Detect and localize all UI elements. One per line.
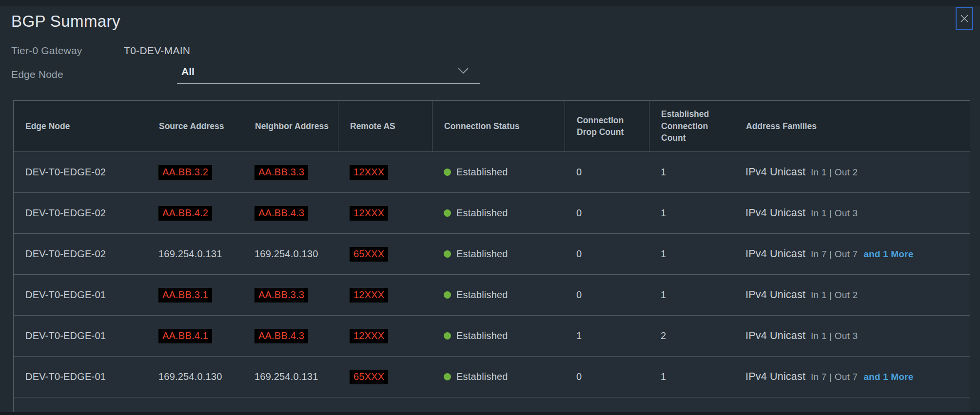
neighbor-address-cell: AA.BB.3.3 bbox=[243, 288, 338, 302]
neighbor-address-cell: AA.BB.3.3 bbox=[243, 165, 338, 180]
connection-drop-count-cell: 0 bbox=[565, 208, 649, 219]
column-header-edge-node: Edge Node bbox=[14, 101, 147, 151]
edge-node-cell: DEV-T0-EDGE-02 bbox=[14, 208, 147, 219]
tier0-gateway-label: Tier-0 Gateway bbox=[11, 45, 124, 57]
address-families-cell: IPv4 UnicastIn 1 | Out 2 bbox=[734, 166, 970, 178]
close-icon bbox=[960, 14, 969, 23]
established-connection-count-cell: 1 bbox=[649, 371, 734, 382]
connection-status-cell: Established bbox=[432, 208, 565, 219]
address-families-cell: IPv4 UnicastIn 1 | Out 3 bbox=[734, 207, 970, 219]
remote-as-cell: 12XXX bbox=[338, 329, 432, 343]
table-row: DEV-T0-EDGE-02 169.254.0.131 169.254.0.1… bbox=[14, 233, 970, 274]
edge-node-cell: DEV-T0-EDGE-02 bbox=[14, 167, 147, 178]
connection-status-cell: Established bbox=[432, 167, 565, 178]
bgp-summary-table: Edge Node Source Address Neighbor Addres… bbox=[13, 100, 970, 415]
tier0-gateway-row: Tier-0 Gateway T0-DEV-MAIN bbox=[11, 42, 980, 58]
status-badge: Established bbox=[456, 248, 508, 260]
table-row: DEV-T0-EDGE-01 169.254.0.130 169.254.0.1… bbox=[14, 356, 970, 397]
address-families-cell: IPv4 UnicastIn 7 | Out 7and 1 More bbox=[734, 248, 970, 260]
connection-drop-count-cell: 0 bbox=[565, 371, 649, 382]
remote-as-cell: 65XXX bbox=[338, 247, 432, 262]
status-badge: Established bbox=[456, 208, 508, 219]
remote-as-cell: 12XXX bbox=[338, 288, 432, 302]
edge-node-cell: DEV-T0-EDGE-01 bbox=[14, 330, 147, 341]
status-dot-icon bbox=[444, 250, 451, 258]
filters-section: Tier-0 Gateway T0-DEV-MAIN Edge Node All bbox=[11, 42, 980, 84]
established-connection-count-cell: 1 bbox=[649, 289, 734, 301]
page-title: BGP Summary bbox=[11, 11, 969, 32]
column-header-source-address: Source Address bbox=[147, 101, 243, 151]
edge-node-label: Edge Node bbox=[11, 69, 177, 80]
source-address-cell: 169.254.0.131 bbox=[147, 248, 243, 260]
edge-node-cell: DEV-T0-EDGE-02 bbox=[14, 248, 147, 260]
column-header-connection-status: Connection Status bbox=[432, 101, 565, 151]
source-address-cell: AA.BB.3.1 bbox=[147, 288, 243, 302]
edge-node-dropdown[interactable]: All bbox=[177, 65, 480, 84]
connection-status-cell: Established bbox=[432, 330, 565, 341]
status-badge: Established bbox=[456, 167, 508, 178]
established-connection-count-cell: 1 bbox=[649, 208, 734, 219]
source-address-cell: AA.BB.4.2 bbox=[147, 206, 243, 221]
edge-node-row: Edge Node All bbox=[11, 65, 980, 84]
connection-status-cell: Established bbox=[432, 371, 565, 382]
address-families-cell: IPv4 UnicastIn 1 | Out 3 bbox=[734, 330, 970, 342]
remote-as-cell: 12XXX bbox=[338, 206, 432, 221]
status-dot-icon bbox=[444, 291, 451, 299]
column-header-address-families: Address Families bbox=[734, 101, 970, 151]
established-connection-count-cell: 1 bbox=[649, 167, 734, 178]
established-connection-count-cell: 1 bbox=[649, 248, 734, 260]
column-header-connection-drop-count: Connection Drop Count bbox=[565, 101, 649, 151]
source-address-cell: AA.BB.4.1 bbox=[147, 329, 243, 343]
connection-drop-count-cell: 1 bbox=[565, 330, 649, 341]
connection-drop-count-cell: 0 bbox=[565, 167, 649, 178]
source-address-cell: 169.254.0.130 bbox=[147, 371, 243, 382]
established-connection-count-cell: 2 bbox=[649, 330, 734, 341]
remote-as-cell: 12XXX bbox=[338, 165, 432, 180]
close-button[interactable] bbox=[956, 7, 973, 30]
table-row: DEV-T0-EDGE-02 AA.BB.3.2 AA.BB.3.3 12XXX… bbox=[14, 151, 970, 192]
table-header-row: Edge Node Source Address Neighbor Addres… bbox=[14, 101, 970, 151]
neighbor-address-cell: AA.BB.4.3 bbox=[243, 206, 338, 221]
column-header-neighbor-address: Neighbor Address bbox=[243, 101, 338, 151]
connection-status-cell: Established bbox=[432, 248, 565, 260]
status-badge: Established bbox=[456, 330, 508, 341]
address-families-cell: IPv4 UnicastIn 7 | Out 7and 1 More bbox=[734, 371, 970, 383]
status-badge: Established bbox=[456, 289, 508, 301]
dialog-header: BGP Summary bbox=[0, 6, 980, 32]
edge-node-cell: DEV-T0-EDGE-01 bbox=[14, 289, 147, 301]
chevron-down-icon bbox=[457, 67, 470, 76]
table-row: DEV-T0-EDGE-02 AA.BB.4.2 AA.BB.4.3 12XXX… bbox=[14, 192, 970, 233]
table-row: DEV-T0-EDGE-01 AA.BB.3.1 AA.BB.3.3 12XXX… bbox=[14, 274, 970, 315]
connection-drop-count-cell: 0 bbox=[565, 289, 649, 301]
source-address-cell: AA.BB.3.2 bbox=[147, 165, 243, 180]
address-families-cell: IPv4 UnicastIn 1 | Out 2 bbox=[734, 289, 970, 301]
edge-node-cell: DEV-T0-EDGE-01 bbox=[14, 371, 147, 382]
and-more-link[interactable]: and 1 More bbox=[863, 249, 913, 259]
neighbor-address-cell: 169.254.0.131 bbox=[243, 371, 338, 382]
dialog-bottom-edge bbox=[0, 412, 980, 415]
column-header-established-connection-count: Established Connection Count bbox=[649, 101, 734, 151]
tier0-gateway-value: T0-DEV-MAIN bbox=[124, 45, 190, 57]
table-row: DEV-T0-EDGE-01 AA.BB.4.1 AA.BB.4.3 12XXX… bbox=[14, 315, 970, 356]
status-dot-icon bbox=[444, 169, 451, 176]
neighbor-address-cell: 169.254.0.130 bbox=[243, 248, 338, 260]
edge-node-dropdown-value: All bbox=[181, 66, 195, 77]
neighbor-address-cell: AA.BB.4.3 bbox=[243, 329, 338, 343]
connection-drop-count-cell: 0 bbox=[565, 248, 649, 260]
status-dot-icon bbox=[444, 209, 451, 217]
status-dot-icon bbox=[444, 332, 451, 340]
and-more-link[interactable]: and 1 More bbox=[863, 372, 913, 382]
connection-status-cell: Established bbox=[432, 289, 565, 301]
remote-as-cell: 65XXX bbox=[338, 370, 432, 384]
status-badge: Established bbox=[456, 371, 508, 382]
table-body: DEV-T0-EDGE-02 AA.BB.3.2 AA.BB.3.3 12XXX… bbox=[14, 151, 970, 397]
status-dot-icon bbox=[444, 373, 451, 380]
column-header-remote-as: Remote AS bbox=[338, 101, 432, 151]
dialog-top-edge bbox=[0, 0, 980, 6]
